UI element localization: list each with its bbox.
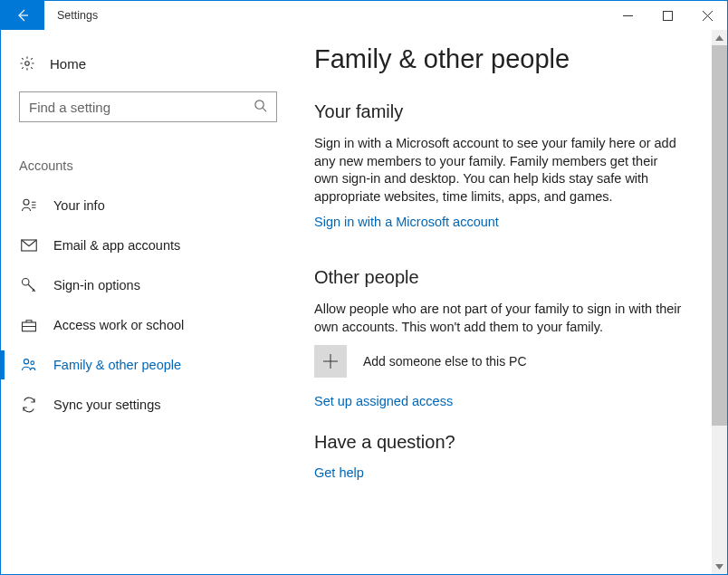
- minimize-icon: [623, 11, 633, 21]
- gear-icon: [19, 55, 35, 72]
- add-someone-row[interactable]: Add someone else to this PC: [314, 345, 685, 378]
- back-arrow-icon: [15, 8, 30, 23]
- window-controls: [608, 1, 727, 30]
- search-box[interactable]: [19, 91, 277, 122]
- title-bar: Settings: [1, 1, 727, 30]
- other-body: Allow people who are not part of your fa…: [314, 301, 685, 336]
- search-icon: [254, 99, 267, 115]
- assigned-access-link[interactable]: Set up assigned access: [314, 394, 685, 408]
- sidebar-item-label: Sync your settings: [53, 398, 160, 412]
- question-section: Have a question? Get help: [314, 432, 685, 480]
- maximize-button[interactable]: [647, 1, 687, 30]
- svg-point-3: [24, 199, 29, 205]
- briefcase-icon: [21, 317, 37, 333]
- sidebar-item-your-info[interactable]: Your info: [19, 186, 283, 225]
- add-button[interactable]: [314, 345, 347, 378]
- user-icon: [21, 197, 37, 214]
- svg-point-7: [24, 359, 28, 364]
- get-help-link[interactable]: Get help: [314, 465, 685, 480]
- sidebar-item-email[interactable]: Email & app accounts: [19, 225, 283, 265]
- add-someone-label: Add someone else to this PC: [363, 354, 527, 369]
- sidebar-item-sync[interactable]: Sync your settings: [19, 385, 283, 425]
- scrollbar[interactable]: [712, 30, 727, 574]
- sidebar-item-work[interactable]: Access work or school: [19, 305, 283, 345]
- scroll-thumb[interactable]: [712, 45, 727, 426]
- sidebar-item-label: Email & app accounts: [53, 238, 180, 253]
- sidebar-section-header: Accounts: [19, 158, 283, 173]
- scroll-down-button[interactable]: [712, 559, 727, 574]
- signin-microsoft-link[interactable]: Sign in with a Microsoft account: [314, 215, 685, 229]
- mail-icon: [21, 237, 37, 254]
- family-body: Sign in with a Microsoft account to see …: [314, 135, 685, 206]
- key-icon: [21, 277, 37, 293]
- maximize-icon: [663, 11, 673, 21]
- svg-point-2: [255, 101, 263, 109]
- close-icon: [703, 11, 713, 21]
- family-heading: Your family: [314, 101, 685, 122]
- question-heading: Have a question?: [314, 432, 685, 453]
- chevron-up-icon: [715, 35, 723, 41]
- close-button[interactable]: [687, 1, 727, 30]
- sidebar-item-family[interactable]: Family & other people: [19, 345, 283, 385]
- sidebar-item-signin[interactable]: Sign-in options: [19, 265, 283, 305]
- sidebar-item-label: Your info: [53, 198, 105, 213]
- other-heading: Other people: [314, 267, 685, 288]
- other-people-section: Other people Allow people who are not pa…: [314, 267, 685, 408]
- content-pane: Family & other people Your family Sign i…: [283, 30, 712, 574]
- scroll-up-button[interactable]: [712, 30, 727, 45]
- sidebar-item-label: Sign-in options: [53, 278, 140, 292]
- sync-icon: [21, 397, 37, 413]
- plus-icon: [321, 352, 340, 370]
- family-section: Your family Sign in with a Microsoft acc…: [314, 101, 685, 229]
- svg-point-8: [31, 361, 34, 365]
- sidebar: Home Accounts Your info: [1, 30, 283, 574]
- home-nav[interactable]: Home: [19, 52, 283, 75]
- search-input[interactable]: [29, 100, 254, 115]
- chevron-down-icon: [715, 564, 723, 570]
- svg-rect-0: [663, 11, 672, 20]
- minimize-button[interactable]: [608, 1, 647, 30]
- back-button[interactable]: [1, 1, 44, 30]
- sidebar-item-label: Access work or school: [53, 318, 184, 332]
- window-title: Settings: [44, 1, 608, 30]
- svg-point-1: [25, 62, 30, 66]
- svg-point-5: [23, 279, 30, 286]
- home-label: Home: [50, 56, 86, 72]
- family-icon: [21, 357, 37, 373]
- sidebar-item-label: Family & other people: [53, 358, 181, 372]
- page-title: Family & other people: [314, 44, 685, 74]
